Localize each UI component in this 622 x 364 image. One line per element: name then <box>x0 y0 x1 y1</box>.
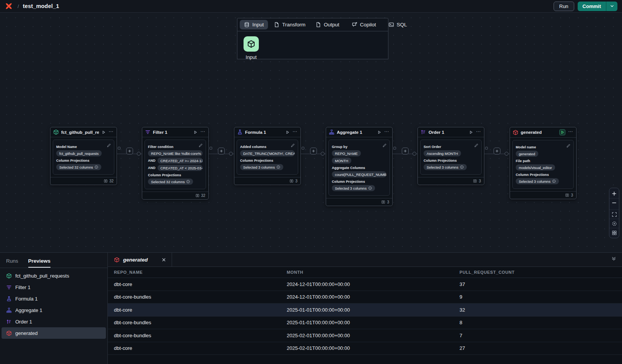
node-menu-button[interactable]: ⋯ <box>568 130 573 134</box>
node-menu-button[interactable]: ⋯ <box>108 130 114 134</box>
node-value-chip[interactable]: generated <box>516 151 538 157</box>
node-play-button[interactable] <box>193 130 198 135</box>
add-node-button[interactable] <box>218 148 225 154</box>
node-value-chip[interactable]: count(PULL_REQUEST_NUMBER) as … <box>332 171 387 177</box>
run-button[interactable]: Run <box>554 2 574 11</box>
node-menu-button[interactable]: ⋯ <box>292 130 298 134</box>
chevron-down-icon <box>610 4 614 8</box>
play-icon <box>193 130 198 135</box>
node-section-label: Model name <box>516 145 570 149</box>
edit-pencil-icon[interactable] <box>107 142 111 149</box>
node-value-chip[interactable]: models/visual_editor <box>516 164 555 171</box>
palette-tab-transform[interactable]: Transform <box>270 20 310 29</box>
node-section-label: Column Projections <box>148 173 203 177</box>
palette-tab-output[interactable]: Output <box>311 20 344 29</box>
add-node-button[interactable] <box>494 148 500 154</box>
zoom-in-button[interactable] <box>609 189 619 198</box>
node-value-chip[interactable]: Selected 3 columns <box>516 178 559 184</box>
center-view-button[interactable] <box>609 219 619 228</box>
preview-tab-generated[interactable]: generated <box>108 253 172 266</box>
add-node-button[interactable] <box>310 148 317 154</box>
node-value-chip[interactable]: Selected 3 columns <box>332 185 375 191</box>
edge-source-handle[interactable] <box>302 147 304 150</box>
list-item-aggregate-1[interactable]: Aggregate 1 <box>2 304 106 316</box>
node-value-chip[interactable]: Selected 3 columns <box>240 164 283 170</box>
node-section-label: Sort Order <box>424 145 478 149</box>
zoom-out-button[interactable] <box>609 198 619 207</box>
commit-dropdown-button[interactable] <box>606 2 617 11</box>
node-play-button[interactable] <box>559 129 565 135</box>
node-value-chip[interactable]: MONTH <box>332 158 351 164</box>
node-aggregate-1[interactable]: Aggregate 1 ⋯ Group by REPO_NAME M <box>326 127 393 206</box>
node-filter-1[interactable]: Filter 1 ⋯ Filter condition REPO_NAME li… <box>142 127 209 200</box>
table-row[interactable]: dbt-core-bundles2025-02-01T00:00:00+00:0… <box>108 329 622 342</box>
edge-source-handle[interactable] <box>118 147 120 150</box>
list-item-generated[interactable]: generated <box>2 327 106 339</box>
palette-item-input[interactable]: Input <box>244 36 259 60</box>
edge-target-handle[interactable] <box>137 152 141 156</box>
node-value-chip[interactable]: fct_github_pull_requests <box>56 150 102 156</box>
node-play-button[interactable] <box>377 130 382 135</box>
close-icon[interactable] <box>161 257 166 262</box>
node-value-chip[interactable]: CREATED_AT < 2025-03-01 <box>158 165 203 171</box>
tab-runs[interactable]: Runs <box>6 258 18 268</box>
node-value-chip[interactable]: Selected 3 columns <box>424 164 467 170</box>
list-item-filter-1[interactable]: Filter 1 <box>2 281 106 293</box>
column-header-pull_request_count[interactable]: PULL_REQUEST_COUNT <box>460 270 616 275</box>
node-generated[interactable]: generated ⋯ Model name generated File pa… <box>510 127 577 199</box>
copilot-icon <box>352 22 357 28</box>
node-fct_github_pull_requests[interactable]: fct_github_pull_requests ⋯ Model Name fc… <box>50 127 117 185</box>
pencil-icon <box>107 143 111 148</box>
edit-pencil-icon[interactable] <box>474 142 479 149</box>
flask-icon <box>6 296 12 302</box>
node-value-chip[interactable]: REPO_NAME like %dbt-core% <box>148 150 203 156</box>
edit-pencil-icon[interactable] <box>382 142 387 149</box>
node-formula-1[interactable]: Formula 1 ⋯ Added columns DATE_TRUNC('MO… <box>234 127 301 185</box>
collapse-panel-icon[interactable] <box>611 256 617 262</box>
node-menu-button[interactable]: ⋯ <box>384 130 390 134</box>
table-row[interactable]: dbt-core2025-01-01T00:00:00+00:0032 <box>108 304 622 317</box>
edge-target-handle[interactable] <box>505 152 508 156</box>
edge-target-handle[interactable] <box>413 152 416 156</box>
list-item-order-1[interactable]: Order 1 <box>2 316 106 327</box>
edit-pencil-icon[interactable] <box>566 143 571 150</box>
node-play-button[interactable] <box>285 130 290 135</box>
node-value-chip[interactable]: Selected 32 columns <box>56 164 101 170</box>
edge-source-handle[interactable] <box>393 147 396 150</box>
column-header-repo_name[interactable]: REPO_NAME <box>114 270 287 275</box>
add-node-button[interactable] <box>126 148 133 154</box>
palette-tab-copilot[interactable]: Copilot <box>348 20 380 29</box>
palette-tab-input[interactable]: Input <box>240 20 268 29</box>
node-play-button[interactable] <box>469 130 473 135</box>
edge-source-handle[interactable] <box>485 147 488 150</box>
minimap-button[interactable] <box>609 228 619 237</box>
node-play-button[interactable] <box>101 130 106 135</box>
list-item-fct_github_pull_requests[interactable]: fct_github_pull_requests <box>2 270 106 281</box>
edge-target-handle[interactable] <box>229 152 233 156</box>
node-value-chip[interactable]: DATE_TRUNC('MONTH', CREATED_AT… <box>240 150 295 156</box>
list-item-formula-1[interactable]: Formula 1 <box>2 293 106 304</box>
column-header-month[interactable]: MONTH <box>287 270 460 275</box>
add-node-button[interactable] <box>402 148 409 154</box>
palette-tab-sql[interactable]: SQL <box>384 20 411 29</box>
edge-source-handle[interactable] <box>209 147 212 150</box>
node-menu-button[interactable]: ⋯ <box>200 130 206 134</box>
table-row[interactable]: dbt-core-bundles2024-12-01T00:00:00+00:0… <box>108 291 622 304</box>
table-row[interactable]: dbt-core2024-12-01T00:00:00+00:0037 <box>108 278 622 291</box>
commit-button[interactable]: Commit <box>578 2 606 11</box>
node-value-chip[interactable]: Ascending MONTH <box>424 150 461 156</box>
node-value-chip[interactable]: CREATED_AT >= 2024-12-01 <box>158 158 203 164</box>
fit-view-button[interactable] <box>609 210 619 219</box>
table-row[interactable]: dbt-core-bundles2025-01-01T00:00:00+00:0… <box>108 317 622 330</box>
table-cell: dbt-core-bundles <box>114 294 287 300</box>
node-value-chip[interactable]: REPO_NAME <box>332 150 361 156</box>
edit-pencil-icon[interactable] <box>291 142 295 149</box>
edge-target-handle[interactable] <box>321 152 325 156</box>
node-value-chip[interactable]: Selected 32 columns <box>148 179 193 185</box>
table-row[interactable]: dbt-core2025-02-01T00:00:00+00:0027 <box>108 342 622 355</box>
edit-pencil-icon[interactable] <box>198 142 203 149</box>
node-menu-button[interactable]: ⋯ <box>476 130 481 134</box>
tab-previews[interactable]: Previews <box>28 258 51 268</box>
node-order-1[interactable]: Order 1 ⋯ Sort Order Ascending MONTH Col… <box>417 127 484 185</box>
editor-canvas[interactable]: Input Transform Output Copilot SQL Input… <box>0 13 622 252</box>
